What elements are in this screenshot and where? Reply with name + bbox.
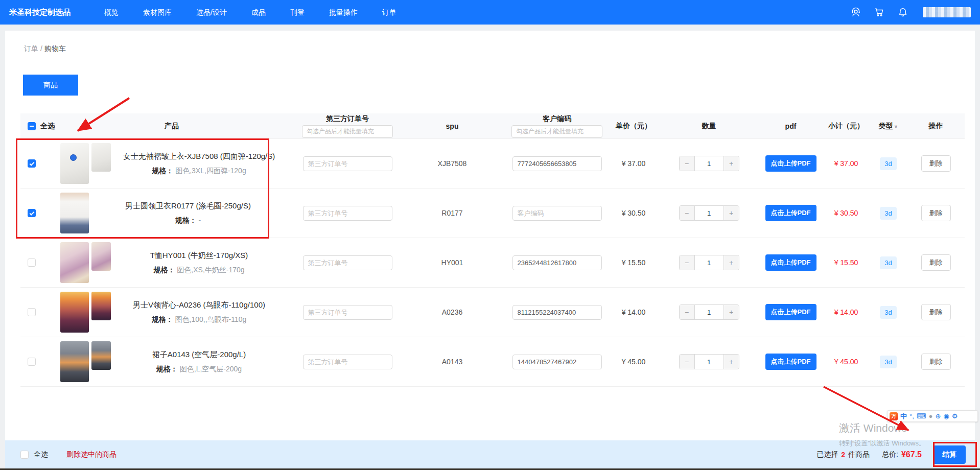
delete-button[interactable]: 删除: [921, 254, 951, 271]
product-image[interactable]: [91, 292, 111, 320]
decrease-quantity-button[interactable]: −: [680, 355, 695, 369]
globe-icon[interactable]: ◉: [943, 413, 949, 419]
customer-code-input[interactable]: [512, 206, 602, 221]
customer-code-input[interactable]: [512, 305, 602, 320]
product-image[interactable]: [60, 193, 89, 233]
quantity-input[interactable]: [695, 305, 724, 319]
product-image[interactable]: [60, 292, 89, 333]
product-image[interactable]: [91, 242, 111, 271]
customer-code-input[interactable]: [512, 156, 602, 171]
increase-quantity-button[interactable]: +: [724, 305, 739, 319]
cart-icon[interactable]: [874, 7, 885, 18]
decrease-quantity-button[interactable]: −: [680, 255, 695, 270]
spec-label: 规格：: [156, 365, 178, 373]
skin-icon[interactable]: ⊕: [935, 413, 941, 419]
quantity-stepper: − +: [679, 255, 739, 270]
product-image[interactable]: [60, 242, 89, 283]
delete-button[interactable]: 删除: [921, 304, 951, 320]
upload-pdf-button[interactable]: 点击上传PDF: [765, 155, 816, 172]
nav-item-order[interactable]: 订单: [370, 0, 409, 25]
decrease-quantity-button[interactable]: −: [680, 206, 695, 220]
type-badge-3d[interactable]: 3d: [880, 356, 896, 368]
nav-item-batch-operation[interactable]: 批量操作: [317, 0, 370, 25]
product-image[interactable]: [91, 341, 111, 370]
increase-quantity-button[interactable]: +: [724, 156, 739, 171]
product-image[interactable]: [91, 143, 111, 172]
third-party-order-input[interactable]: [303, 305, 392, 320]
spec-label: 规格：: [175, 216, 197, 224]
type-badge-3d[interactable]: 3d: [880, 306, 896, 319]
chinese-mode-icon[interactable]: 中: [900, 413, 907, 419]
upload-pdf-button[interactable]: 点击上传PDF: [765, 354, 816, 370]
bell-icon[interactable]: [897, 7, 908, 18]
unit-price: ¥ 30.50: [608, 209, 659, 217]
product-title: 女士无袖褶皱上衣-XJB7508 (四面弹-120g/S): [115, 152, 283, 161]
row-checkbox[interactable]: [28, 308, 36, 316]
increase-quantity-button[interactable]: +: [724, 355, 739, 369]
decrease-quantity-button[interactable]: −: [680, 156, 695, 171]
col-product: 产品: [47, 122, 296, 131]
row-checkbox[interactable]: [28, 358, 36, 366]
quantity-input[interactable]: [695, 255, 724, 270]
type-badge-3d[interactable]: 3d: [880, 207, 896, 220]
user-icon[interactable]: ●: [929, 413, 933, 419]
customer-code-input[interactable]: [512, 255, 602, 270]
app-logo-title[interactable]: 米圣科技定制选品: [9, 8, 71, 17]
third-party-order-input[interactable]: [303, 156, 392, 171]
product-image[interactable]: [60, 143, 89, 184]
delete-button[interactable]: 删除: [921, 155, 951, 172]
row-checkbox[interactable]: [28, 258, 36, 267]
breadcrumb-orders[interactable]: 订单: [24, 44, 38, 53]
third-party-order-input[interactable]: [303, 255, 392, 270]
customer-code-input[interactable]: [512, 355, 602, 369]
decrease-quantity-button[interactable]: −: [680, 305, 695, 319]
upload-pdf-button[interactable]: 点击上传PDF: [765, 254, 816, 271]
spec-value: 图色,3XL,四面弹-120g: [175, 167, 246, 175]
spu-value: XJB7508: [399, 159, 506, 168]
gear-icon[interactable]: ⚙: [952, 413, 958, 419]
customer-service-icon[interactable]: [850, 7, 861, 18]
nav-item-publish[interactable]: 刊登: [278, 0, 317, 25]
delete-button[interactable]: 删除: [921, 354, 951, 370]
keyboard-icon[interactable]: ⌨: [917, 413, 926, 419]
table-row: T恤HY001 (牛奶丝-170g/XS) 规格： 图色,XS,牛奶丝-170g…: [20, 238, 965, 288]
total-label: 总价:: [882, 450, 898, 459]
code-batch-fill-input[interactable]: [511, 125, 602, 138]
order-batch-fill-input[interactable]: [302, 125, 393, 138]
spec-value: 图色,XS,牛奶丝-170g: [177, 266, 244, 274]
quantity-input[interactable]: [695, 156, 724, 171]
nav-item-selection-design[interactable]: 选品/设计: [184, 0, 239, 25]
increase-quantity-button[interactable]: +: [724, 255, 739, 270]
spec-value: -: [199, 216, 201, 224]
row-checkbox[interactable]: [28, 209, 36, 217]
row-checkbox[interactable]: [28, 159, 36, 168]
nav-item-finished-product[interactable]: 成品: [239, 0, 278, 25]
select-all-checkbox[interactable]: [28, 122, 36, 130]
increase-quantity-button[interactable]: +: [724, 206, 739, 220]
footer-select-all-checkbox[interactable]: [20, 451, 29, 459]
spu-value: A0236: [399, 308, 506, 316]
table-header: 全选 产品 第三方订单号 spu 客户编码 单价（元） 数量 pdf 小计（元）…: [20, 113, 965, 139]
delete-selected-link[interactable]: 删除选中的商品: [66, 450, 116, 459]
upload-pdf-button[interactable]: 点击上传PDF: [765, 205, 816, 221]
type-badge-3d[interactable]: 3d: [880, 157, 896, 170]
checkout-button[interactable]: 结算: [933, 445, 966, 464]
third-party-order-input[interactable]: [303, 206, 392, 221]
third-party-order-input[interactable]: [303, 355, 392, 369]
quantity-input[interactable]: [695, 206, 724, 220]
spec-label: 规格：: [153, 266, 175, 274]
tab-product[interactable]: 商品: [23, 75, 78, 96]
spu-value: R0177: [399, 209, 506, 217]
punctuation-icon[interactable]: °,: [909, 413, 914, 419]
user-account-blurred[interactable]: [923, 7, 971, 17]
delete-button[interactable]: 删除: [921, 205, 951, 221]
sogou-input-icon[interactable]: 万: [890, 412, 898, 420]
upload-pdf-button[interactable]: 点击上传PDF: [765, 304, 816, 320]
nav-item-overview[interactable]: 概览: [92, 0, 131, 25]
quantity-input[interactable]: [695, 355, 724, 369]
col-type[interactable]: 类型∨: [870, 122, 907, 131]
type-badge-3d[interactable]: 3d: [880, 256, 896, 269]
product-image[interactable]: [60, 341, 89, 382]
spec-value: 图色,L,空气层-200g: [180, 365, 242, 373]
nav-item-material-library[interactable]: 素材图库: [131, 0, 184, 25]
